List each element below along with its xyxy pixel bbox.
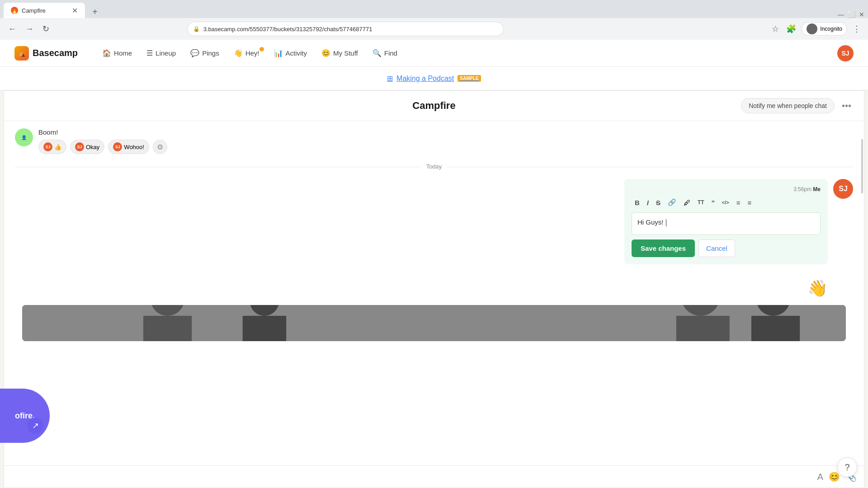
- edit-input[interactable]: Hi Guys!: [632, 212, 821, 235]
- bold-button[interactable]: B: [632, 196, 643, 209]
- save-changes-button[interactable]: Save changes: [632, 239, 695, 257]
- title-button[interactable]: TT: [694, 196, 708, 209]
- browser-more-button[interactable]: ⋮: [851, 22, 863, 36]
- quote-button[interactable]: ": [708, 196, 718, 209]
- nav-hey[interactable]: 👋 Hey!: [227, 45, 266, 61]
- list-ordered-button[interactable]: ≡: [745, 196, 755, 209]
- app-logo[interactable]: ⛺ Basecamp: [14, 46, 78, 61]
- chat-main: Campfire Notify me when people chat ••• …: [4, 90, 864, 488]
- nav-find-label: Find: [384, 49, 397, 57]
- date-divider-text: Today: [421, 163, 448, 170]
- nav-mystuff[interactable]: 😊 My Stuff: [315, 45, 364, 61]
- toolbar-right: ☆ 🧩 Incognito ⋮: [770, 22, 863, 36]
- code-button[interactable]: </>: [719, 196, 732, 209]
- message-content: Boom! SJ 👍 SJ Okay SJ: [38, 128, 853, 154]
- incognito-label: Incognito: [820, 26, 842, 32]
- home-icon: 🏠: [102, 49, 111, 57]
- reload-button[interactable]: ↻: [40, 22, 52, 36]
- sender-avatar: 👤: [15, 128, 33, 146]
- timestamp-text: 3:56pm: [793, 186, 811, 192]
- link-button[interactable]: 🔗: [665, 196, 679, 209]
- activity-icon: 📊: [274, 49, 283, 57]
- nav-links: 🏠 Home ☰ Lineup 💬 Pings 👋 Hey! 📊 Activit…: [96, 45, 404, 61]
- nav-hey-label: Hey!: [245, 49, 259, 57]
- reaction-wohoo[interactable]: SJ Wohoo!: [108, 140, 149, 154]
- main-wrapper: ⊞ Making a Podcast SAMPLE Campfire Notif…: [0, 67, 868, 488]
- hey-badge: [259, 47, 264, 52]
- edit-message-box: 3:56pm Me B I S 🔗 🖊 TT " </>: [624, 179, 828, 264]
- user-avatar-right: SJ: [833, 179, 853, 199]
- edit-cursor: [666, 219, 666, 226]
- address-text: 3.basecamp.com/5550377/buckets/31325792/…: [203, 26, 373, 33]
- maximize-icon[interactable]: ⬜: [848, 11, 855, 18]
- scroll-thumb[interactable]: [861, 139, 863, 193]
- highlight-button[interactable]: 🖊: [680, 196, 693, 209]
- emoji-button[interactable]: 😊: [829, 471, 840, 482]
- bookmark-button[interactable]: ☆: [770, 22, 781, 36]
- address-bar[interactable]: 🔒 3.basecamp.com/5550377/buckets/3132579…: [187, 22, 504, 36]
- nav-home[interactable]: 🏠 Home: [96, 45, 138, 61]
- edit-input-text: Hi Guys!: [637, 218, 664, 226]
- svg-rect-2: [143, 316, 192, 341]
- nav-activity[interactable]: 📊 Activity: [268, 45, 314, 61]
- nav-activity-label: Activity: [286, 49, 307, 57]
- lock-icon: 🔒: [193, 26, 200, 32]
- chat-more-options-button[interactable]: •••: [840, 99, 853, 113]
- message-group: 👤 Boom! SJ 👍 SJ Okay: [15, 128, 853, 154]
- reaction-okay-label: Okay: [86, 144, 99, 150]
- cancel-button[interactable]: Cancel: [698, 239, 735, 257]
- reaction-okay[interactable]: SJ Okay: [70, 140, 104, 154]
- chat-title: Campfire: [412, 100, 455, 112]
- message-input[interactable]: [11, 473, 812, 481]
- active-tab[interactable]: 🔥 Campfire ✕: [4, 3, 85, 18]
- find-icon: 🔍: [373, 49, 382, 57]
- date-divider: Today: [15, 163, 853, 170]
- tab-close-button[interactable]: ✕: [72, 6, 78, 15]
- lineup-icon: ☰: [146, 49, 153, 57]
- thumbs-up-emoji: 👍: [54, 144, 61, 150]
- nav-find[interactable]: 🔍 Find: [366, 45, 404, 61]
- forward-button[interactable]: →: [23, 23, 36, 36]
- browser-chrome: 🔥 Campfire ✕ + — ⬜ ✕ ← → ↻ 🔒 3.basecamp.…: [0, 0, 868, 40]
- svg-rect-4: [243, 316, 286, 341]
- tab-title: Campfire: [22, 7, 46, 14]
- strikethrough-button[interactable]: S: [653, 196, 664, 209]
- project-header: ⊞ Making a Podcast SAMPLE: [0, 67, 868, 90]
- app-nav: ⛺ Basecamp 🏠 Home ☰ Lineup 💬 Pings 👋 Hey…: [0, 40, 868, 67]
- project-grid-icon: ⊞: [387, 74, 393, 83]
- help-button[interactable]: ?: [837, 457, 857, 477]
- extensions-button[interactable]: 🧩: [784, 22, 798, 36]
- arrow-icon: ↗: [32, 421, 39, 431]
- close-icon[interactable]: ✕: [859, 11, 864, 18]
- project-link[interactable]: ⊞ Making a Podcast SAMPLE: [387, 74, 481, 83]
- nav-pings-label: Pings: [202, 49, 219, 57]
- incognito-button[interactable]: Incognito: [802, 22, 847, 36]
- nav-pings[interactable]: 💬 Pings: [184, 45, 226, 61]
- italic-button[interactable]: I: [644, 196, 652, 209]
- chat-input-area: A 😊 📎: [4, 465, 864, 488]
- nav-right: SJ: [837, 45, 854, 61]
- notify-button[interactable]: Notify me when people chat: [741, 98, 835, 113]
- list-unordered-button[interactable]: ≡: [733, 196, 744, 209]
- browser-toolbar: ← → ↻ 🔒 3.basecamp.com/5550377/buckets/3…: [0, 18, 868, 40]
- user-avatar-nav[interactable]: SJ: [837, 45, 854, 61]
- reaction-avatar-2: SJ: [75, 142, 84, 151]
- chat-header: Campfire Notify me when people chat •••: [4, 91, 864, 121]
- back-button[interactable]: ←: [5, 23, 19, 36]
- nav-home-label: Home: [114, 49, 132, 57]
- new-tab-button[interactable]: +: [89, 5, 101, 18]
- project-name: Making a Podcast: [396, 75, 454, 83]
- chat-scroll[interactable]: 👤 Boom! SJ 👍 SJ Okay: [4, 121, 864, 465]
- reactions: SJ 👍 SJ Okay SJ Wohoo! ⚙: [38, 140, 853, 154]
- minimize-icon[interactable]: —: [838, 11, 844, 18]
- help-icon: ?: [844, 462, 849, 473]
- add-reaction-button[interactable]: ⚙: [153, 140, 167, 154]
- browser-tabs: 🔥 Campfire ✕ + — ⬜ ✕: [0, 0, 868, 18]
- app-logo-text: Basecamp: [33, 48, 78, 58]
- text-format-button[interactable]: A: [817, 472, 823, 482]
- incognito-avatar: [807, 23, 817, 34]
- nav-lineup[interactable]: ☰ Lineup: [140, 45, 182, 61]
- left-arrow-button[interactable]: ↗: [27, 418, 43, 434]
- hey-icon: 👋: [234, 49, 243, 57]
- reaction-thumbs-up[interactable]: SJ 👍: [38, 140, 66, 154]
